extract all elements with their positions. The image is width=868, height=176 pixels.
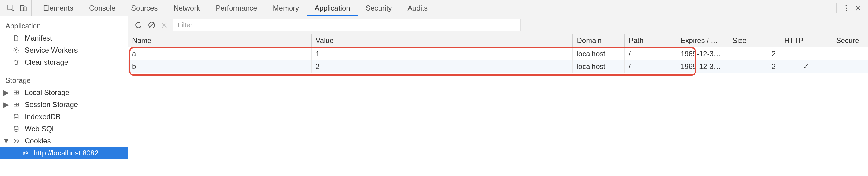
filter-input[interactable] <box>178 21 516 29</box>
tab-console[interactable]: Console <box>81 0 123 16</box>
sidebar-item-local-storage[interactable]: ▶ Local Storage <box>0 86 128 99</box>
tab-elements[interactable]: Elements <box>35 0 81 16</box>
file-icon <box>12 35 21 42</box>
sidebar-section-storage: Storage <box>0 73 128 86</box>
database-icon <box>12 114 21 120</box>
toggle-device-toolbar-icon[interactable] <box>19 4 27 12</box>
cell-http[interactable]: ✓ <box>780 60 832 73</box>
cell-value[interactable]: 1 <box>311 48 572 60</box>
svg-rect-13 <box>14 105 16 106</box>
sidebar-item-label: Cookies <box>25 137 51 145</box>
clear-all-icon[interactable] <box>148 21 156 29</box>
svg-point-22 <box>23 151 28 155</box>
col-expires[interactable]: Expires / M… <box>676 34 728 48</box>
tab-sources[interactable]: Sources <box>123 0 165 16</box>
sidebar-item-label: Local Storage <box>25 88 69 97</box>
col-secure[interactable]: Secure <box>832 34 868 48</box>
filter-box[interactable] <box>173 19 521 31</box>
main-split: Application Manifest Service Workers Cle… <box>0 16 868 176</box>
table-row[interactable]: b 2 localhost / 1969-12-3… 2 ✓ <box>128 60 868 73</box>
tab-application[interactable]: Application <box>307 0 358 16</box>
col-value[interactable]: Value <box>311 34 572 48</box>
cookies-toolbar <box>128 16 868 34</box>
sidebar-item-label: http://localhost:8082 <box>34 149 99 157</box>
sidebar-item-label: Service Workers <box>25 46 78 54</box>
table-header-row: Name Value Domain Path Expires / M… Size… <box>128 34 868 48</box>
sidebar-item-cookie-origin[interactable]: http://localhost:8082 <box>0 147 128 159</box>
cell-value[interactable]: 2 <box>311 60 572 73</box>
svg-point-15 <box>14 114 19 116</box>
sidebar-item-label: Session Storage <box>25 100 78 109</box>
cookies-table-wrap: Name Value Domain Path Expires / M… Size… <box>128 34 868 176</box>
svg-point-24 <box>26 152 26 152</box>
svg-rect-8 <box>16 91 19 93</box>
cell-secure[interactable] <box>832 48 868 60</box>
cookies-panel: Name Value Domain Path Expires / M… Size… <box>128 16 868 176</box>
refresh-icon[interactable] <box>134 21 142 29</box>
cell-domain[interactable]: localhost <box>572 60 624 73</box>
col-http[interactable]: HTTP <box>780 34 832 48</box>
svg-rect-1 <box>20 5 24 10</box>
delete-selected-icon[interactable] <box>161 22 168 28</box>
kebab-menu-icon[interactable] <box>845 4 847 12</box>
inspect-element-icon[interactable] <box>7 4 14 12</box>
sidebar-item-clear-storage[interactable]: Clear storage <box>0 56 128 68</box>
svg-point-4 <box>846 7 847 8</box>
cell-expires[interactable]: 1969-12-3… <box>676 48 728 60</box>
cell-domain[interactable]: localhost <box>572 48 624 60</box>
col-path[interactable]: Path <box>624 34 676 48</box>
col-size[interactable]: Size <box>728 34 780 48</box>
sidebar-section-application: Application <box>0 19 128 32</box>
cookie-icon <box>12 137 21 144</box>
sidebar-item-label: Web SQL <box>25 125 56 133</box>
tab-audits[interactable]: Audits <box>400 0 435 16</box>
tab-memory[interactable]: Memory <box>265 0 307 16</box>
svg-rect-7 <box>14 91 16 93</box>
col-domain[interactable]: Domain <box>572 34 624 48</box>
chevron-down-icon: ▼ <box>4 137 8 145</box>
sidebar-item-manifest[interactable]: Manifest <box>0 32 128 44</box>
tabbar-left-tools <box>2 0 32 16</box>
sidebar-item-cookies[interactable]: ▼ Cookies <box>0 135 128 147</box>
cell-http[interactable] <box>780 48 832 60</box>
cell-name[interactable]: b <box>128 60 311 73</box>
svg-rect-9 <box>14 93 16 94</box>
sidebar-item-web-sql[interactable]: Web SQL <box>0 123 128 135</box>
cell-path[interactable]: / <box>624 48 676 60</box>
cell-size[interactable]: 2 <box>728 60 780 73</box>
chevron-right-icon: ▶ <box>4 88 8 97</box>
svg-rect-2 <box>23 7 26 10</box>
chevron-right-icon: ▶ <box>4 100 8 109</box>
sidebar-item-indexeddb[interactable]: IndexedDB <box>0 111 128 123</box>
close-devtools-icon[interactable] <box>855 5 861 11</box>
svg-point-3 <box>846 5 847 6</box>
svg-point-17 <box>14 139 19 143</box>
trash-icon <box>12 59 21 66</box>
svg-rect-11 <box>14 103 16 105</box>
grid-icon <box>12 101 21 108</box>
tab-performance[interactable]: Performance <box>208 0 265 16</box>
svg-point-26 <box>25 154 25 154</box>
svg-rect-10 <box>16 93 19 94</box>
tabbar-right-tools <box>836 3 866 13</box>
gear-icon <box>12 47 21 53</box>
svg-rect-14 <box>16 105 19 106</box>
col-name[interactable]: Name <box>128 34 311 48</box>
divider <box>836 3 837 13</box>
svg-rect-12 <box>16 103 19 105</box>
cell-secure[interactable] <box>832 60 868 73</box>
sidebar-item-service-workers[interactable]: Service Workers <box>0 44 128 56</box>
sidebar-item-session-storage[interactable]: ▶ Session Storage <box>0 99 128 111</box>
tab-security[interactable]: Security <box>358 0 400 16</box>
table-row[interactable]: a 1 localhost / 1969-12-3… 2 <box>128 48 868 60</box>
cell-name[interactable]: a <box>128 48 311 60</box>
cell-size[interactable]: 2 <box>728 48 780 60</box>
cookie-icon <box>21 150 30 156</box>
svg-point-19 <box>17 140 17 140</box>
svg-point-18 <box>15 140 16 141</box>
svg-point-25 <box>26 153 27 154</box>
sidebar-item-label: IndexedDB <box>25 112 61 121</box>
tab-network[interactable]: Network <box>165 0 208 16</box>
cell-expires[interactable]: 1969-12-3… <box>676 60 728 73</box>
cell-path[interactable]: / <box>624 60 676 73</box>
